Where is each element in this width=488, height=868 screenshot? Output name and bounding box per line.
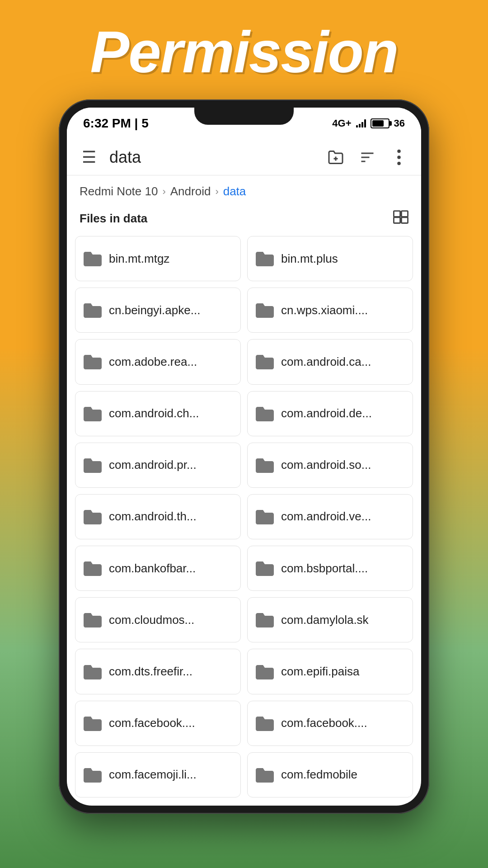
list-item[interactable]: com.dts.freefir... (75, 649, 241, 694)
file-name: com.bsbportal.... (281, 561, 405, 576)
list-item[interactable]: com.android.so... (247, 443, 413, 488)
status-time: 6:32 PM | 5 (83, 116, 149, 131)
list-item[interactable]: com.epifi.paisa (247, 649, 413, 694)
folder-icon (255, 405, 275, 422)
breadcrumb-item-data[interactable]: data (223, 184, 246, 198)
file-name: com.cloudmos... (109, 613, 233, 627)
file-name: com.android.ca... (281, 355, 405, 369)
folder-icon (255, 611, 275, 628)
svg-rect-8 (394, 211, 400, 217)
file-name: cn.beingyi.apke... (109, 303, 233, 317)
list-item[interactable]: com.damylola.sk (247, 597, 413, 642)
notch (194, 108, 294, 125)
list-item[interactable]: cn.wps.xiaomi.... (247, 288, 413, 333)
file-name: bin.mt.plus (281, 252, 405, 266)
folder-icon (83, 611, 103, 628)
file-name: com.adobe.rea... (109, 355, 233, 369)
file-name: com.epifi.paisa (281, 665, 405, 679)
folder-icon (255, 250, 275, 267)
more-options-button[interactable] (388, 146, 410, 169)
file-name: com.dts.freefir... (109, 665, 233, 679)
menu-button[interactable]: ☰ (78, 148, 100, 167)
svg-point-6 (397, 156, 401, 159)
list-item[interactable]: com.bsbportal.... (247, 546, 413, 591)
phone-device: 6:32 PM | 5 4G+ 36 ☰ data (59, 99, 429, 814)
breadcrumb-arrow-2: › (215, 186, 218, 198)
folder-icon (255, 560, 275, 577)
list-item[interactable]: com.android.de... (247, 391, 413, 436)
svg-rect-10 (394, 217, 400, 223)
file-name: bin.mt.mtgz (109, 252, 233, 266)
list-item[interactable]: bin.mt.plus (247, 236, 413, 281)
file-name: com.bankofbar... (109, 561, 233, 576)
list-item[interactable]: com.bankofbar... (75, 546, 241, 591)
folder-icon (255, 508, 275, 525)
app-bar-actions (324, 146, 410, 169)
breadcrumb-item-android[interactable]: Android (170, 184, 211, 198)
svg-point-7 (397, 161, 401, 165)
list-item[interactable]: com.android.pr... (75, 443, 241, 488)
folder-icon (255, 457, 275, 474)
list-item[interactable]: com.fedmobile (247, 752, 413, 797)
list-item[interactable]: com.facemoji.li... (75, 752, 241, 797)
app-bar-title: data (109, 148, 315, 167)
file-name: com.fedmobile (281, 768, 405, 782)
list-item[interactable]: com.android.ca... (247, 339, 413, 384)
folder-icon (255, 715, 275, 732)
list-item[interactable]: com.android.th... (75, 494, 241, 539)
signal-icon (356, 119, 366, 127)
file-name: com.android.de... (281, 406, 405, 420)
folder-icon (83, 560, 103, 577)
folder-icon (83, 250, 103, 267)
folder-icon (83, 508, 103, 525)
folder-icon (255, 302, 275, 319)
view-toggle-button[interactable] (393, 210, 408, 227)
folder-icon (83, 405, 103, 422)
file-name: com.damylola.sk (281, 613, 405, 627)
list-item[interactable]: com.android.ch... (75, 391, 241, 436)
svg-rect-11 (401, 217, 408, 223)
svg-point-5 (397, 149, 401, 153)
new-folder-button[interactable] (324, 146, 347, 169)
folder-icon (255, 663, 275, 680)
folder-icon (83, 663, 103, 680)
svg-rect-9 (401, 211, 408, 217)
folder-icon (83, 457, 103, 474)
battery-percent: 36 (394, 118, 405, 129)
breadcrumb-item-redmi[interactable]: Redmi Note 10 (80, 184, 158, 198)
list-item[interactable]: bin.mt.mtgz (75, 236, 241, 281)
folder-icon (83, 302, 103, 319)
breadcrumb: Redmi Note 10 › Android › data (67, 175, 421, 203)
folder-icon (255, 353, 275, 370)
page-title: Permission (0, 0, 488, 99)
status-bar: 6:32 PM | 5 4G+ 36 (67, 108, 421, 139)
file-name: com.android.so... (281, 458, 405, 472)
folder-icon (83, 715, 103, 732)
list-item[interactable]: com.cloudmos... (75, 597, 241, 642)
list-item[interactable]: cn.beingyi.apke... (75, 288, 241, 333)
sort-button[interactable] (356, 146, 379, 169)
network-icon: 4G+ (332, 118, 351, 129)
folder-icon (83, 353, 103, 370)
list-item[interactable]: com.adobe.rea... (75, 339, 241, 384)
files-label: Files in data (80, 212, 147, 226)
list-item[interactable]: com.facebook.... (247, 701, 413, 746)
status-icons: 4G+ 36 (332, 118, 405, 129)
files-header: Files in data (67, 203, 421, 234)
phone-screen: 6:32 PM | 5 4G+ 36 ☰ data (67, 108, 421, 806)
folder-icon (255, 766, 275, 783)
app-bar: ☰ data (67, 139, 421, 175)
file-name: cn.wps.xiaomi.... (281, 303, 405, 317)
file-name: com.facemoji.li... (109, 768, 233, 782)
file-name: com.facebook.... (109, 716, 233, 730)
folder-icon (83, 766, 103, 783)
breadcrumb-arrow-1: › (162, 186, 165, 198)
file-name: com.android.th... (109, 509, 233, 524)
battery-icon (371, 118, 389, 128)
file-name: com.android.pr... (109, 458, 233, 472)
list-item[interactable]: com.facebook.... (75, 701, 241, 746)
list-item[interactable]: com.android.ve... (247, 494, 413, 539)
file-name: com.android.ch... (109, 406, 233, 420)
file-name: com.facebook.... (281, 716, 405, 730)
files-grid: bin.mt.mtgz bin.mt.plus cn.beingyi.apke.… (67, 234, 421, 806)
